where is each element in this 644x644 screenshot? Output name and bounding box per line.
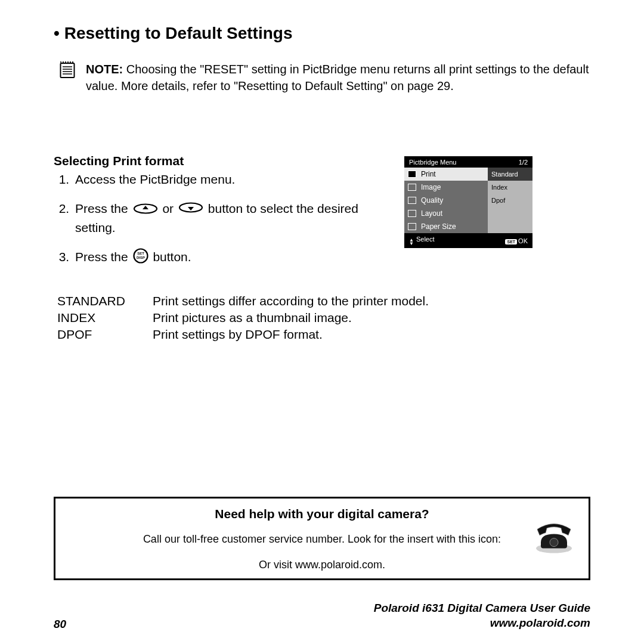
step-2: Press the or button to s — [73, 200, 388, 236]
menu-row-label: Print — [420, 168, 488, 181]
subsection-heading: Selecting Print format — [54, 154, 388, 168]
step-2-a: Press the — [75, 202, 128, 215]
menu-row-value — [488, 220, 532, 233]
svg-rect-0 — [61, 63, 75, 78]
down-button-icon — [178, 201, 203, 218]
menu-row-print: Print Standard — [404, 168, 532, 181]
up-down-arrows-icon: ▲▼ — [409, 239, 414, 246]
def-dpof: DPOF Print settings by DPOF format. — [57, 327, 590, 342]
menu-row-value: Index — [488, 181, 532, 194]
menu-row-value — [488, 207, 532, 220]
def-desc: Print pictures as a thumbnail image. — [153, 311, 590, 325]
up-button-icon — [133, 201, 158, 218]
svg-point-9 — [550, 538, 558, 547]
set-disp-button-icon: SET DISP — [133, 248, 148, 268]
svg-marker-2 — [143, 206, 148, 209]
def-standard: STANDARD Print settings differ according… — [57, 294, 590, 308]
def-term: STANDARD — [57, 294, 153, 308]
def-index: INDEX Print pictures as a thumbnail imag… — [57, 311, 590, 325]
notepad-icon — [60, 61, 75, 79]
svg-marker-4 — [188, 207, 194, 210]
section-title: •Resetting to Default Settings — [54, 24, 590, 43]
step-3-a: Press the — [75, 250, 128, 264]
menu-row-label: Layout — [420, 207, 488, 220]
body-area: Selecting Print format Access the PictBr… — [54, 154, 590, 274]
printer-icon — [404, 168, 420, 181]
page: •Resetting to Default Settings NOTE: Cho… — [0, 0, 644, 644]
menu-footer: ▲▼Select SETOK — [404, 233, 532, 248]
def-term: INDEX — [57, 311, 153, 325]
step-2-b: or — [162, 202, 174, 215]
note-body: Choosing the "RESET" setting in PictBrid… — [86, 63, 589, 92]
menu-row-layout: Layout — [404, 207, 532, 220]
help-line-1: Call our toll-free customer service numb… — [65, 533, 579, 546]
steps-column: Selecting Print format Access the PictBr… — [54, 154, 388, 274]
page-footer: 80 Polaroid i631 Digital Camera User Gui… — [54, 600, 590, 631]
svg-text:SET: SET — [137, 252, 144, 255]
def-desc: Print settings differ according to the p… — [153, 294, 590, 308]
step-3-b: button. — [153, 250, 191, 264]
footer-guide: Polaroid i631 Digital Camera User Guide — [374, 600, 590, 616]
step-3: Press the SET DISP button. — [73, 248, 388, 268]
footer-url: www.polaroid.com — [374, 615, 590, 631]
note-block: NOTE: Choosing the "RESET" setting in Pi… — [54, 61, 590, 94]
note-text: NOTE: Choosing the "RESET" setting in Pi… — [86, 61, 590, 94]
quality-icon — [404, 194, 420, 207]
step-1-text: Access the PictBridge menu. — [75, 172, 235, 186]
def-term: DPOF — [57, 327, 153, 342]
definitions: STANDARD Print settings differ according… — [57, 294, 590, 342]
telephone-icon — [532, 516, 575, 557]
svg-text:DISP: DISP — [137, 256, 145, 259]
menu-header: Pictbridge Menu 1/2 — [404, 156, 532, 168]
image-icon — [404, 181, 420, 194]
menu-row-image: Image Index — [404, 181, 532, 194]
help-line-2: Or visit www.polaroid.com. — [65, 559, 579, 571]
footer-right: Polaroid i631 Digital Camera User Guide … — [374, 600, 590, 631]
section-title-text: Resetting to Default Settings — [64, 24, 293, 42]
def-desc: Print settings by DPOF format. — [153, 327, 590, 342]
menu-footer-right: SETOK — [505, 237, 528, 244]
menu-row-value: Standard — [488, 168, 532, 181]
menu-row-label: Paper Size — [420, 220, 488, 233]
menu-row-label: Image — [420, 181, 488, 194]
bullet: • — [54, 24, 60, 42]
menu-row-label: Quality — [420, 194, 488, 207]
steps-list: Access the PictBridge menu. Press the or — [54, 171, 388, 268]
step-1: Access the PictBridge menu. — [73, 171, 388, 188]
menu-row-value: Dpof — [488, 194, 532, 207]
menu-footer-ok: OK — [518, 237, 528, 244]
help-title: Need help with your digital camera? — [65, 507, 579, 521]
menu-footer-left: ▲▼Select — [409, 236, 435, 246]
menu-header-page: 1/2 — [519, 159, 528, 166]
menu-footer-left-text: Select — [416, 236, 435, 243]
page-number: 80 — [54, 618, 66, 631]
paper-size-icon — [404, 220, 420, 233]
note-label: NOTE: — [86, 63, 123, 76]
menu-header-title: Pictbridge Menu — [409, 159, 457, 166]
layout-icon — [404, 207, 420, 220]
menu-row-quality: Quality Dpof — [404, 194, 532, 207]
menu-row-paper-size: Paper Size — [404, 220, 532, 233]
help-box: Need help with your digital camera? Call… — [54, 497, 590, 580]
set-pill: SET — [505, 239, 517, 244]
pictbridge-menu-screenshot: Pictbridge Menu 1/2 Print Standard Image… — [404, 156, 532, 248]
